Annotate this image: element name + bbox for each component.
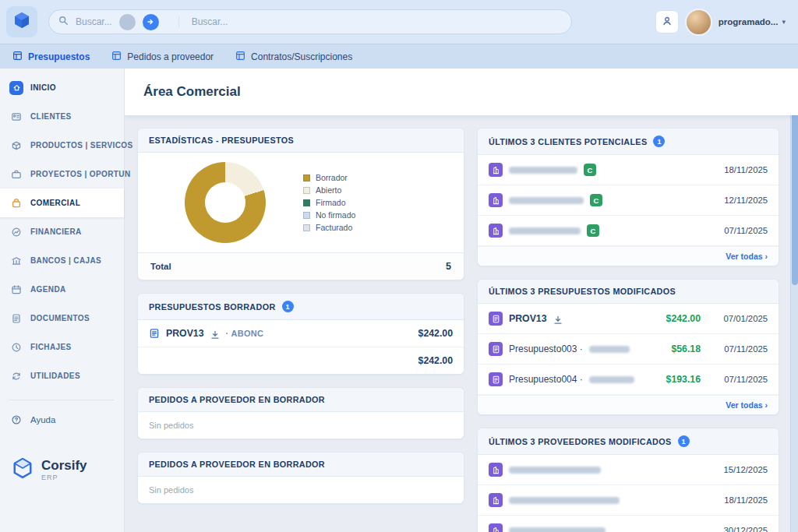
sidebar-item-label: CLIENTES xyxy=(30,112,72,121)
budget-code: PROV13 xyxy=(509,313,547,324)
legend-swatch xyxy=(303,174,310,181)
card-title: PEDIDOS A PROVEEDOR EN BORRADOR xyxy=(149,460,325,469)
search-placeholder: Buscar... xyxy=(76,16,112,27)
clock-icon xyxy=(9,340,23,354)
topbar-actions: programado... ▾ xyxy=(655,10,786,34)
client-row[interactable]: C 12/11/2025 xyxy=(478,185,779,216)
sidebar-item-bancos-cajas[interactable]: BANCOS | CAJAS xyxy=(0,246,124,275)
row-date: 12/11/2025 xyxy=(724,196,768,205)
supplier-row[interactable]: 30/12/2025 xyxy=(478,516,779,532)
sidebar-item-clientes[interactable]: CLIENTES xyxy=(0,102,124,131)
sidebar-item-productos-servicios[interactable]: PRODUCTOS | SERVICOS xyxy=(0,131,124,160)
search-go-button[interactable] xyxy=(143,14,159,30)
sidebar-item-fichajes[interactable]: FICHAJES xyxy=(0,333,124,361)
see-all-link[interactable]: Ver todas › xyxy=(478,395,779,414)
cube-logo-icon xyxy=(12,11,31,33)
sidebar-item-label: PROYECTOS | OPORTUN xyxy=(30,170,131,178)
budget-client: · ABONC xyxy=(226,329,264,338)
app-logo[interactable] xyxy=(6,6,37,37)
page-header: Área Comercial xyxy=(125,69,798,115)
main-area: Área Comercial ESTADÍSTICAS - PRESUPUEST… xyxy=(125,69,798,532)
sidebar-item-financiera[interactable]: FINANCIERA xyxy=(0,217,124,246)
document-grid-icon xyxy=(111,51,122,63)
budget-code: PROV13 xyxy=(166,328,204,339)
document-grid-icon xyxy=(235,51,245,63)
budget-row[interactable]: Presupuesto003 · $56.18 07/11/2025 xyxy=(478,334,779,365)
sidebar: INICIO CLIENTES PRODUCTOS | SERVICOS PRO… xyxy=(0,69,125,532)
card-header: PEDIDOS A PROVEEDOR EN BORRADOR xyxy=(138,388,464,412)
sidebar-item-label: COMERCIAL xyxy=(30,199,80,207)
download-icon[interactable] xyxy=(553,314,563,323)
card-proveedores-modificados: ÚLTIMOS 3 PROVEEDORES MODIFICADOS 1 15/1… xyxy=(477,428,779,532)
sidebar-item-label: AGENDA xyxy=(30,285,66,294)
sidebar-item-proyectos-oportunidades[interactable]: PROYECTOS | OPORTUN xyxy=(0,160,124,188)
budget-row[interactable]: Presupuesto004 · $193.16 07/11/2025 xyxy=(478,365,779,395)
donut-hole xyxy=(205,182,245,223)
avatar[interactable] xyxy=(687,10,711,34)
legend-item: Abierto xyxy=(303,185,355,195)
client-row[interactable]: C 18/11/2025 xyxy=(478,155,779,185)
budget-amount: $242.00 xyxy=(418,328,453,339)
row-date: 18/11/2025 xyxy=(724,165,768,174)
tab-pedidos-a-proveedor[interactable]: Pedidos a proveedor xyxy=(111,51,214,63)
card-title: ESTADÍSTICAS - PRESUPUESTOS xyxy=(149,136,294,145)
scrollbar[interactable] xyxy=(790,69,798,532)
count-badge: 1 xyxy=(678,435,690,447)
total-label: Total xyxy=(150,262,171,271)
download-icon[interactable] xyxy=(210,329,220,338)
supplier-row[interactable]: 15/12/2025 xyxy=(478,455,779,485)
card-presupuestos-borrador: PRESUPUESTOS BORRADOR 1 PROV13 · ABONC xyxy=(137,293,464,375)
budget-amount: $193.16 xyxy=(666,374,701,385)
sidebar-item-ayuda[interactable]: Ayuda xyxy=(0,407,124,433)
sidebar-item-comercial[interactable]: COMERCIAL xyxy=(0,188,124,217)
legend-label: Abierto xyxy=(316,185,341,195)
sidebar-item-agenda[interactable]: AGENDA xyxy=(0,275,124,304)
left-column: ESTADÍSTICAS - PRESUPUESTOS Borrador Abi… xyxy=(137,128,464,532)
search-scope-button[interactable] xyxy=(119,14,136,30)
card-header: PEDIDOS A PROVEEDOR EN BORRADOR xyxy=(138,453,464,477)
document-icon xyxy=(489,342,503,356)
empty-state: Sin pedidos xyxy=(138,477,464,503)
supplier-row[interactable]: 18/11/2025 xyxy=(478,485,779,516)
right-column: ÚLTIMOS 3 CLIENTES POTENCIALES 1 C 18/11… xyxy=(477,128,779,532)
see-all-link[interactable]: Ver todas › xyxy=(478,246,779,266)
topbar: Buscar... Buscar... programado... ▾ xyxy=(0,0,798,44)
client-row[interactable]: C 07/11/2025 xyxy=(478,216,779,246)
row-date: 15/12/2025 xyxy=(723,465,768,474)
legend-label: No firmado xyxy=(316,210,355,220)
redacted-supplier-name xyxy=(509,467,601,474)
legend-item: No firmado xyxy=(303,210,355,220)
home-icon xyxy=(9,81,23,95)
app-window: Buscar... Buscar... programado... ▾ xyxy=(0,0,798,532)
row-date: 30/12/2025 xyxy=(723,526,768,532)
box-icon xyxy=(9,139,23,153)
document-icon xyxy=(489,372,503,386)
card-header: ESTADÍSTICAS - PRESUPUESTOS xyxy=(138,129,464,153)
budget-row[interactable]: PROV13 $242.00 07/01/2025 xyxy=(478,304,779,334)
global-search-input[interactable]: Buscar... Buscar... xyxy=(48,9,572,34)
sidebar-item-label: INICIO xyxy=(30,83,56,92)
sidebar-item-inicio[interactable]: INICIO xyxy=(0,73,124,102)
card-pedidos-proveedor-1: PEDIDOS A PROVEEDOR EN BORRADOR Sin pedi… xyxy=(137,387,464,439)
card-pedidos-proveedor-2: PEDIDOS A PROVEEDOR EN BORRADOR Sin pedi… xyxy=(137,452,464,504)
account-button[interactable] xyxy=(655,10,679,33)
sidebar-item-utilidades[interactable]: UTILIDADES xyxy=(0,361,124,390)
document-grid-icon xyxy=(12,51,23,63)
sidebar-item-label: BANCOS | CAJAS xyxy=(30,256,101,265)
tab-contratos-suscripciones[interactable]: Contratos/Suscripciones xyxy=(235,51,352,63)
refresh-icon xyxy=(9,369,23,383)
module-tabs: Presupuestos Pedidos a proveedor Contrat… xyxy=(0,44,798,69)
budget-amount: $56.18 xyxy=(671,344,701,354)
tab-presupuestos[interactable]: Presupuestos xyxy=(12,51,90,63)
sidebar-help-label: Ayuda xyxy=(30,415,55,425)
card-clientes-potenciales: ÚLTIMOS 3 CLIENTES POTENCIALES 1 C 18/11… xyxy=(477,128,779,266)
sidebar-item-label: FINANCIERA xyxy=(30,227,82,236)
sidebar-item-label: DOCUMENTOS xyxy=(30,314,90,322)
sidebar-item-documentos[interactable]: DOCUMENTOS xyxy=(0,304,124,333)
secondary-search-placeholder: Buscar... xyxy=(178,16,228,27)
building-icon xyxy=(489,463,503,477)
brand-sub: ERP xyxy=(41,474,87,481)
user-menu[interactable]: programado... ▾ xyxy=(719,17,786,26)
budget-row[interactable]: PROV13 · ABONC $242.00 xyxy=(138,320,464,347)
redacted-client-name xyxy=(509,227,581,234)
